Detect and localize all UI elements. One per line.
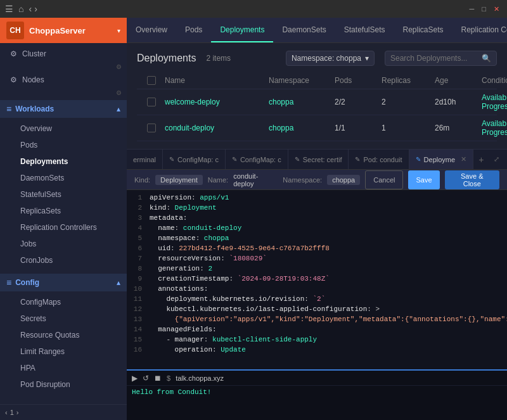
tab-close-icon[interactable]: ✕ <box>461 155 466 163</box>
sidebar-item-pods[interactable]: Pods <box>0 137 127 153</box>
col-header-conditions: Conditions <box>482 76 507 85</box>
tab-daemonsets[interactable]: DaemonSets <box>273 18 335 42</box>
cronjobs-label: CronJobs <box>20 256 53 265</box>
tab-pod[interactable]: ✎ Pod: conduit <box>349 150 409 169</box>
terminal-play-button[interactable]: ▶ <box>132 374 138 383</box>
config-section: ConfigMaps Secrets Resource Quotas Limit… <box>0 291 127 395</box>
minimize-button[interactable]: ─ <box>467 5 477 13</box>
sidebar-item-replication-controllers[interactable]: Replication Controllers <box>0 219 127 236</box>
close-button[interactable]: ✕ <box>491 5 502 13</box>
panel-count: 2 items <box>206 54 231 63</box>
sidebar-group-config[interactable]: ≡ Config ▴ <box>0 274 127 291</box>
workloads-chevron: ▴ <box>117 105 120 113</box>
sidebar-item-resource-quotas[interactable]: Resource Quotas <box>0 327 127 343</box>
code-line-6: 6 uid: 227bd412-f4e9-4525-9e64-c767a7b2f… <box>127 243 507 253</box>
panel-header: Deployments 2 items Namespace: choppa ▾ … <box>137 51 497 66</box>
expand-icon[interactable]: ⤢ <box>489 155 504 163</box>
sidebar-item-statefulsets[interactable]: StatefulSets <box>0 186 127 203</box>
deploy-ns-2[interactable]: choppa <box>269 124 293 132</box>
tab-pods[interactable]: Pods <box>176 18 211 42</box>
table-row: welcome-deploy choppa 2/2 2 2d10h Availa… <box>137 89 497 115</box>
sidebar-item-configmaps[interactable]: ConfigMaps <box>0 294 127 310</box>
row1-checkbox[interactable] <box>147 98 156 106</box>
terminal-bar: ▶ ↺ ⏹ $ talk.choppa.xyz <box>127 371 507 386</box>
config-label: Config <box>15 278 113 287</box>
avatar: CH <box>6 22 24 39</box>
sidebar-forward-icon[interactable]: › <box>16 409 19 416</box>
sidebar-item-overview[interactable]: Overview <box>0 120 127 137</box>
secrets-label: Secrets <box>20 314 46 323</box>
kind-actions: Cancel Save Save & Close <box>365 170 499 189</box>
namespace-value-bar: choppa <box>327 175 360 185</box>
tab-statefulsets[interactable]: StatefulSets <box>335 18 394 42</box>
menu-icon[interactable]: ☰ <box>5 4 13 14</box>
search-input[interactable] <box>390 54 479 63</box>
editor-tabs: erminal ✎ ConfigMap: c ✎ ConfigMap: c ✎ … <box>127 150 507 170</box>
terminal-prompt-icon: $ <box>167 374 170 382</box>
code-line-1: 1 apiVersion: apps/v1 <box>127 193 507 203</box>
sidebar-group-workloads[interactable]: ≡ Workloads ▴ <box>0 100 127 118</box>
sidebar-item-nodes[interactable]: ⚙ Nodes <box>0 72 127 88</box>
tab-secret[interactable]: ✎ Secret: certif <box>288 150 349 169</box>
sidebar-item-daemonsets[interactable]: DaemonSets <box>0 170 127 186</box>
sidebar-item-secrets[interactable]: Secrets <box>0 310 127 327</box>
terminal-stop-button[interactable]: ⏹ <box>154 374 162 383</box>
deployments-panel: Deployments 2 items Namespace: choppa ▾ … <box>127 43 507 150</box>
gear-icon: ⚙ <box>116 63 122 70</box>
select-all-checkbox[interactable] <box>147 76 156 85</box>
sidebar-item-limit-ranges[interactable]: Limit Ranges <box>0 343 127 360</box>
tab-deployment-active[interactable]: ✎ Deployme ✕ <box>409 150 474 169</box>
deploy-ns-1[interactable]: choppa <box>269 98 293 106</box>
sidebar-item-cluster[interactable]: ⚙ Cluster <box>0 46 127 62</box>
col-header-pods: Pods <box>335 76 379 85</box>
edit-icon-4: ✎ <box>355 156 360 163</box>
code-line-13: 13 {"apiVersion":"apps/v1","kind":"Deplo… <box>127 314 507 324</box>
sidebar-item-jobs[interactable]: Jobs <box>0 236 127 252</box>
tab-configmap-1[interactable]: ✎ ConfigMap: c <box>163 150 226 169</box>
sidebar-server-header[interactable]: CH ChoppaServer ▾ <box>0 18 127 43</box>
deploy-pods-1: 2/2 <box>335 98 379 106</box>
pod-disruption-label: Pod Disruption <box>20 380 70 389</box>
panel-title: Deployments <box>137 53 196 64</box>
code-editor: 1 apiVersion: apps/v1 2 kind: Deployment… <box>127 190 507 369</box>
sidebar-item-replicasets[interactable]: ReplicaSets <box>0 203 127 219</box>
hpa-label: HPA <box>20 364 35 372</box>
tab-overview[interactable]: Overview <box>127 18 176 42</box>
maximize-button[interactable]: □ <box>479 5 489 13</box>
sidebar-item-hpa[interactable]: HPA <box>0 360 127 376</box>
home-icon[interactable]: ⌂ <box>18 4 23 14</box>
top-navigation-tabs: Overview Pods Deployments DaemonSets Sta… <box>127 18 507 43</box>
config-icon: ≡ <box>6 277 11 288</box>
terminal-reload-button[interactable]: ↺ <box>143 374 149 383</box>
daemonsets-label: DaemonSets <box>20 174 64 182</box>
deploy-name-2[interactable]: conduit-deploy <box>165 124 214 132</box>
tab-secret-label: Secret: certif <box>303 156 342 163</box>
tab-replication-controllers[interactable]: Replication Controllers <box>452 18 507 42</box>
back-button[interactable]: ‹ <box>29 4 32 14</box>
terminal-output: Hello from Conduit! <box>132 388 211 396</box>
add-tab-icon[interactable]: + <box>473 155 489 165</box>
limit-ranges-label: Limit Ranges <box>20 347 65 356</box>
forward-button[interactable]: › <box>34 4 37 14</box>
tab-terminal[interactable]: erminal <box>127 150 163 169</box>
edit-icon-1: ✎ <box>169 156 174 163</box>
code-line-15: 15 - manager: kubectl-client-side-apply <box>127 334 507 345</box>
sidebar-item-cronjobs[interactable]: CronJobs <box>0 252 127 269</box>
sidebar-item-pod-disruption[interactable]: Pod Disruption <box>0 376 127 393</box>
name-label: Name: <box>208 176 228 184</box>
tab-configmap-2[interactable]: ✎ ConfigMap: c <box>226 150 288 169</box>
code-line-2: 2 kind: Deployment <box>127 203 507 213</box>
sidebar-item-deployments[interactable]: Deployments <box>0 153 127 170</box>
cancel-button[interactable]: Cancel <box>365 170 403 189</box>
save-button[interactable]: Save <box>408 170 439 189</box>
save-close-button[interactable]: Save & Close <box>445 170 499 189</box>
namespace-select[interactable]: Namespace: choppa ▾ <box>286 51 375 66</box>
row2-checkbox[interactable] <box>147 124 156 132</box>
deploy-name-1[interactable]: welcome-deploy <box>165 98 220 106</box>
sidebar-back-icon[interactable]: ‹ <box>5 409 8 416</box>
tab-deployments[interactable]: Deployments <box>211 18 273 42</box>
code-line-7: 7 resourceVersion: `1808029` <box>127 253 507 264</box>
tab-replicasets[interactable]: ReplicaSets <box>394 18 452 42</box>
terminal-url-text: talk.choppa.xyz <box>176 374 224 382</box>
collapse-icon[interactable]: ⋯ <box>504 155 507 164</box>
